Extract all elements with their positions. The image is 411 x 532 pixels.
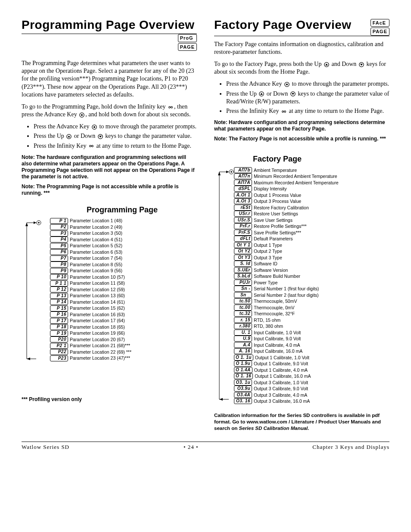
param-row: O 1. 16Output 1 Calibrate, 16.0 mA bbox=[234, 373, 338, 379]
param-label: Output 1 Type bbox=[254, 243, 282, 248]
param-label: Maximum Recorded Ambient Temperature bbox=[254, 180, 338, 186]
prog-code-2: PAGE bbox=[178, 43, 197, 51]
param-label: Parameter Location 18 (65) bbox=[70, 324, 125, 330]
prog-note-2: Note: The Programming Page is not access… bbox=[22, 184, 197, 196]
param-label: Save User Settings bbox=[254, 218, 293, 223]
param-row: O3.9uOutput 3 Calibrate, 9.0 Volt bbox=[234, 386, 338, 392]
param-label: Output 3 Process Value bbox=[254, 199, 301, 204]
param-row: S. IdSoftware ID bbox=[234, 261, 338, 267]
fact-bullet-1: Press the Advance Key to move through th… bbox=[226, 80, 389, 88]
param-label: Parameter Location 12 (59) bbox=[70, 287, 125, 292]
infinity-icon bbox=[89, 143, 94, 149]
param-label: Parameter Location 7 (54) bbox=[70, 255, 122, 261]
param-row: P 13Parameter Location 13 (60) bbox=[50, 293, 131, 299]
fact-intro: The Factory Page contains information on… bbox=[214, 40, 389, 56]
param-row: P 10Parameter Location 10 (57) bbox=[50, 274, 131, 280]
param-code: P22 bbox=[50, 349, 68, 355]
param-label: Serial Number 2 (last four digits) bbox=[254, 292, 319, 298]
param-label: Output 3 Calibrate, 9.0 Volt bbox=[254, 386, 308, 392]
up-icon bbox=[66, 134, 72, 139]
prog-bullet-1: Press the Advance Key to move through th… bbox=[34, 123, 197, 131]
fact-code-1: FAcE bbox=[371, 19, 389, 27]
param-code: P8 bbox=[50, 261, 68, 268]
param-row: O 1.9uOutput 1 Calibrate, 9.0 Volt bbox=[234, 361, 338, 367]
param-row: P23Parameter Location 23 (47)*** bbox=[50, 355, 131, 361]
param-label: Ambient Temperature bbox=[254, 168, 297, 173]
right-column: Factory Page Overview FAcE PAGE The Fact… bbox=[214, 17, 389, 431]
param-label: Parameter Location 1 (48) bbox=[70, 218, 122, 224]
param-code: r. 15 bbox=[234, 317, 252, 323]
param-code: dSPL bbox=[234, 186, 252, 192]
param-label: Input Calibrate, 9.0 Volt bbox=[254, 336, 301, 342]
fact-note-1: Note: Hardware configuration and program… bbox=[214, 119, 389, 132]
param-code: rESt bbox=[234, 205, 252, 211]
param-label: Parameter Location 22 (69) *** bbox=[70, 349, 131, 355]
param-row: P2Parameter Location 2 (49) bbox=[50, 224, 131, 230]
param-label: Minimum Recorded Ambient Temperature bbox=[254, 174, 337, 179]
fact-bullet-2: Press the Up or Down keys to change the … bbox=[226, 90, 389, 106]
nav-arrows-icon bbox=[214, 167, 231, 406]
param-label: Restore Profile Settings*** bbox=[254, 224, 307, 229]
param-label: Parameter Location 8 (55) bbox=[70, 262, 122, 268]
fact-bullet-3: Press the Infinity Key at any time to re… bbox=[226, 107, 389, 115]
param-row: P9Parameter Location 9 (56) bbox=[50, 268, 131, 274]
param-code: Sn _ bbox=[234, 292, 252, 298]
param-label: RTD, 15 ohm bbox=[254, 317, 280, 323]
param-label: Output 1 Calibrate, 16.0 mA bbox=[255, 373, 311, 379]
param-code: P5 bbox=[50, 243, 68, 249]
param-row: O3. 1uOutput 3 Calibrate, 1.0 Volt bbox=[234, 380, 338, 386]
param-label: Input Calibrate, 16.0 mA bbox=[254, 348, 302, 354]
fact-section-title: Factory Page bbox=[253, 154, 389, 164]
param-row: tc.00Thermocouple, 0mV bbox=[234, 305, 338, 311]
up-icon bbox=[324, 62, 329, 67]
calibration-note: Calibration information for the Series S… bbox=[214, 412, 389, 432]
param-code: P 1 bbox=[50, 218, 68, 224]
param-code: P 16 bbox=[50, 311, 68, 317]
param-row: P 18Parameter Location 18 (65) bbox=[50, 324, 131, 330]
param-label: Parameter Location 20 (67) bbox=[70, 337, 125, 342]
param-code: P 18 bbox=[50, 324, 68, 330]
param-row: AΠ7bAmbient Temperature bbox=[234, 167, 338, 173]
param-code: PrF.S bbox=[234, 230, 252, 236]
param-code: O 1. 16 bbox=[234, 373, 253, 379]
param-code: P3 bbox=[50, 230, 68, 236]
param-label: Output 3 Calibrate, 16.0 mA bbox=[254, 398, 310, 404]
param-row: Sn _Serial Number 2 (last four digits) bbox=[234, 292, 338, 298]
param-code: P 12 bbox=[50, 286, 68, 292]
param-row: O 1. 1uOutput 1 Calibrate, 1.0 Volt bbox=[234, 355, 338, 361]
param-code: P4 bbox=[50, 236, 68, 243]
param-row: PrF.SSave Profile Settings*** bbox=[234, 230, 338, 236]
param-code: P 14 bbox=[50, 299, 68, 305]
param-label: Output 1 Process Value bbox=[254, 193, 301, 198]
param-code: P 15 bbox=[50, 305, 68, 311]
param-label: Thermocouple, 0mV bbox=[254, 305, 295, 311]
param-label: Parameter Location 16 (63) bbox=[70, 312, 125, 317]
param-label: Parameter Location 4 (51) bbox=[70, 237, 122, 243]
param-code: O 1.9u bbox=[234, 361, 252, 367]
param-label: Parameter Location 19 (66) bbox=[70, 330, 125, 336]
param-code: P7 bbox=[50, 255, 68, 261]
param-label: Parameter Location 6 (53) bbox=[70, 249, 122, 255]
param-row: P20Parameter Location 20 (67) bbox=[50, 336, 131, 342]
param-label: Parameter Location 3 (50) bbox=[70, 230, 122, 236]
param-row: Ot Y 1Output 1 Type bbox=[234, 242, 338, 248]
param-row: P3Parameter Location 3 (50) bbox=[50, 230, 131, 236]
prog-goto: To go to the Programming Page, hold down… bbox=[22, 103, 197, 118]
param-label: Parameter Location 2 (49) bbox=[70, 224, 122, 230]
param-row: O3. 16Output 3 Calibrate, 16.0 mA bbox=[234, 398, 338, 404]
param-code: P 13 bbox=[50, 293, 68, 299]
param-code: tc.32 bbox=[234, 311, 252, 317]
param-row: P 16Parameter Location 16 (63) bbox=[50, 311, 131, 317]
param-code: USr.r bbox=[234, 211, 252, 217]
prog-param-list: P 1Parameter Location 1 (48)P2Parameter … bbox=[22, 218, 197, 366]
param-code: O3.4A bbox=[234, 392, 252, 398]
param-code: P2 1 bbox=[50, 343, 68, 349]
svg-point-7 bbox=[230, 171, 232, 173]
param-label: Output 3 Calibrate, 1.0 Volt bbox=[254, 380, 308, 386]
param-label: Parameter Location 13 (60) bbox=[70, 293, 125, 299]
advance-icon bbox=[79, 112, 84, 118]
param-label: Save Profile Settings*** bbox=[254, 230, 301, 236]
param-row: AΠ7AMaximum Recorded Ambient Temperature bbox=[234, 180, 338, 186]
param-row: r. 15RTD, 15 ohm bbox=[234, 317, 338, 323]
param-code: P 17 bbox=[50, 318, 68, 324]
